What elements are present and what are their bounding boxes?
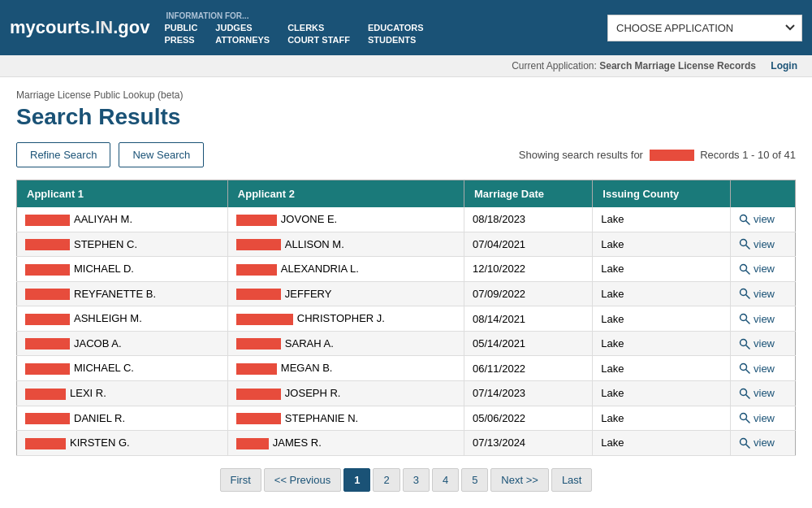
app2-redacted: [236, 264, 277, 276]
app2-name: ALEXANDRIA L.: [281, 263, 359, 275]
svg-line-17: [746, 419, 750, 423]
results-table: Applicant 1 Applicant 2 Marriage Date Is…: [16, 180, 796, 456]
table-row: LEXI R.JOSEPH R.07/14/2023Lakeview: [17, 380, 796, 406]
app2-cell: ALEXANDRIA L.: [227, 257, 464, 282]
view-link[interactable]: view: [754, 363, 775, 375]
county-cell: Lake: [593, 380, 731, 406]
view-cell: view: [731, 207, 796, 232]
redacted-search-term: [650, 150, 694, 161]
app1-redacted: [25, 363, 70, 375]
nav-link-educators[interactable]: EDUCATORS: [368, 23, 424, 33]
svg-line-3: [746, 245, 750, 250]
app1-cell: JACOB A.: [17, 331, 228, 356]
app2-cell: SARAH A.: [227, 331, 464, 356]
view-link[interactable]: view: [754, 238, 775, 250]
svg-line-13: [746, 370, 750, 374]
view-link[interactable]: view: [754, 288, 775, 300]
app1-redacted: [25, 413, 70, 424]
date-cell: 07/13/2024: [464, 431, 593, 456]
app1-name: LEXI R.: [70, 387, 106, 399]
view-cell: view: [731, 306, 796, 332]
breadcrumb: Marriage License Public Lookup (beta): [16, 89, 796, 101]
app1-cell: MICHAEL C.: [17, 356, 228, 381]
pagination: First << Previous 1 2 3 4 5 Next >> Last: [16, 456, 796, 496]
nav-link-court-staff[interactable]: COURT STAFF: [287, 35, 350, 45]
pagination-page-3[interactable]: 3: [403, 468, 430, 492]
app1-cell: STEPHEN C.: [17, 232, 228, 257]
nav-info-label: INFORMATION FOR...: [164, 11, 607, 20]
pagination-page-4[interactable]: 4: [432, 468, 459, 492]
nav-link-public[interactable]: PUBLIC: [164, 23, 197, 33]
sub-header: Current Application: Search Marriage Lic…: [0, 55, 812, 77]
search-icon: [739, 214, 750, 225]
svg-line-11: [746, 345, 750, 349]
svg-line-9: [746, 320, 750, 324]
nav-link-judges[interactable]: JUDGES: [215, 23, 270, 33]
app1-name: AALIYAH M.: [74, 213, 132, 225]
new-search-button[interactable]: New Search: [119, 142, 204, 167]
nav-link-press[interactable]: PRESS: [164, 35, 197, 45]
app1-redacted: [25, 289, 70, 300]
table-row: DANIEL R.STEPHANIE N.05/06/2022Lakeview: [17, 406, 796, 431]
app2-cell: CHRISTOPHER J.: [227, 306, 464, 332]
pagination-first[interactable]: First: [220, 468, 261, 492]
app2-name: CHRISTOPHER J.: [297, 312, 385, 324]
app1-redacted: [25, 438, 66, 449]
view-link[interactable]: view: [754, 412, 775, 424]
view-link[interactable]: view: [754, 387, 775, 399]
table-row: KIRSTEN G.JAMES R.07/13/2024Lakeview: [17, 431, 796, 456]
app2-redacted: [236, 239, 281, 250]
view-cell: view: [731, 431, 796, 456]
refine-search-button[interactable]: Refine Search: [16, 142, 110, 167]
date-cell: 05/06/2022: [464, 406, 593, 431]
app2-name: JAMES R.: [273, 436, 322, 449]
login-link[interactable]: Login: [771, 60, 797, 72]
pagination-page-5[interactable]: 5: [461, 468, 488, 492]
date-cell: 07/09/2022: [464, 281, 593, 306]
app1-redacted: [25, 338, 70, 350]
pagination-prev[interactable]: << Previous: [264, 468, 341, 492]
view-cell: view: [731, 232, 796, 257]
view-cell: view: [731, 380, 796, 406]
county-cell: Lake: [593, 281, 731, 306]
app2-redacted: [236, 389, 281, 400]
app2-name: ALLISON M.: [285, 238, 344, 250]
app2-redacted: [236, 363, 277, 375]
search-icon: [739, 437, 750, 449]
choose-app-select[interactable]: CHOOSE APPLICATION: [607, 15, 802, 41]
pagination-next[interactable]: Next >>: [490, 468, 549, 492]
view-link[interactable]: view: [754, 436, 775, 449]
app1-cell: KIRSTEN G.: [17, 431, 228, 456]
pagination-page-1[interactable]: 1: [343, 468, 370, 492]
nav-col-judges: JUDGES ATTORNEYS: [215, 23, 270, 45]
date-cell: 08/18/2023: [464, 207, 593, 232]
app2-cell: JOVONE E.: [227, 207, 464, 232]
pagination-last[interactable]: Last: [551, 468, 593, 492]
app2-name: JOSEPH R.: [285, 387, 341, 399]
app1-cell: LEXI R.: [17, 380, 228, 406]
app1-name: STEPHEN C.: [74, 238, 137, 250]
date-cell: 05/14/2021: [464, 331, 593, 356]
view-cell: view: [731, 331, 796, 356]
view-link[interactable]: view: [754, 213, 775, 225]
view-link[interactable]: view: [754, 337, 775, 350]
app2-redacted: [236, 215, 277, 226]
app1-redacted: [25, 215, 70, 226]
results-info-prefix: Showing search results for: [519, 149, 643, 161]
svg-line-15: [746, 394, 750, 398]
app2-redacted: [236, 338, 281, 350]
view-link[interactable]: view: [754, 313, 775, 325]
county-cell: Lake: [593, 331, 731, 356]
view-link[interactable]: view: [754, 263, 775, 275]
nav-link-attorneys[interactable]: ATTORNEYS: [215, 35, 270, 45]
app1-name: MICHAEL C.: [74, 362, 134, 374]
nav-link-students[interactable]: STUDENTS: [368, 35, 424, 45]
app1-cell: AALIYAH M.: [17, 207, 228, 232]
nav-col-educators: EDUCATORS STUDENTS: [368, 23, 424, 45]
view-cell: view: [731, 257, 796, 282]
pagination-page-2[interactable]: 2: [373, 468, 400, 492]
col-header-action: [731, 180, 796, 208]
date-cell: 07/14/2023: [464, 380, 593, 406]
nav-container: INFORMATION FOR... PUBLIC PRESS JUDGES A…: [164, 11, 607, 45]
nav-link-clerks[interactable]: CLERKS: [287, 23, 350, 33]
